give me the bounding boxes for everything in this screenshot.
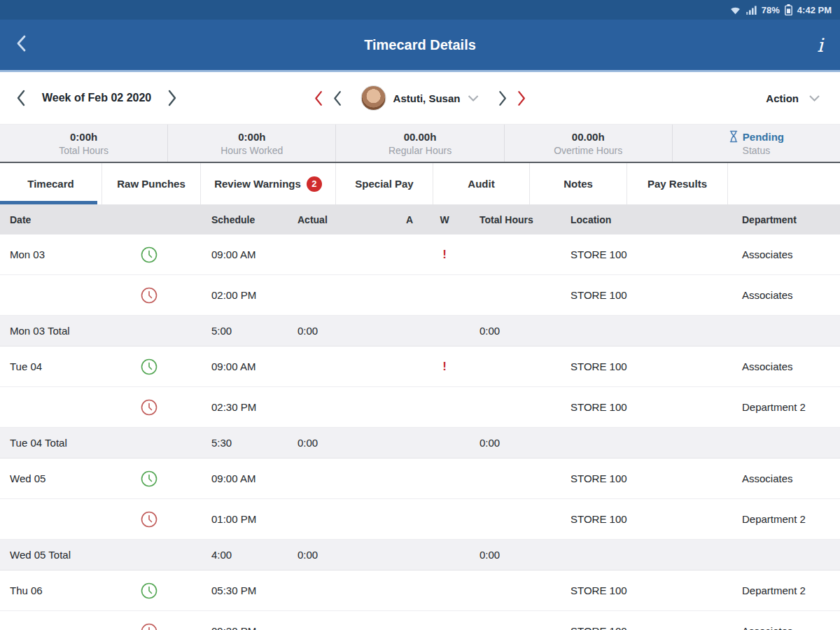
warning-exclamation-icon: ! — [427, 360, 462, 374]
table-row[interactable]: Thu 06 05:30 PM STORE 100 Department 2 — [0, 570, 840, 611]
cell-department: Department 2 — [728, 513, 840, 525]
summary-label: Overtime Hours — [554, 145, 622, 156]
app-header: Timecard Details i — [0, 20, 840, 72]
cell-location: STORE 100 — [553, 472, 728, 484]
cell-schedule: 09:00 AM — [211, 472, 298, 484]
table-row[interactable]: Tue 04 Total 5:30 0:00 0:00 — [0, 428, 840, 458]
cell-total-hours: 0:00 — [462, 437, 553, 449]
summary-label: Regular Hours — [388, 145, 451, 156]
cell-department: Associates — [728, 625, 840, 630]
cell-department: Associates — [728, 289, 840, 301]
cell-actual: 0:00 — [298, 437, 392, 449]
table-row[interactable]: 02:30 PM STORE 100 Department 2 — [0, 387, 840, 428]
tab-label: Timecard — [27, 178, 74, 190]
punch-in-clock-icon[interactable] — [137, 470, 211, 488]
page-title: Timecard Details — [0, 37, 840, 53]
week-prev-icon[interactable] — [15, 89, 27, 107]
battery-icon — [785, 4, 792, 15]
cell-total-hours: 0:00 — [462, 549, 553, 561]
summary-bar: 0:00h Total Hours 0:00h Hours Worked 00.… — [0, 125, 840, 163]
tab-label: Special Pay — [355, 178, 413, 190]
punch-out-clock-icon[interactable] — [137, 286, 211, 304]
table-row[interactable]: Wed 05 09:00 AM STORE 100 Associates — [0, 458, 840, 499]
cell-date: Mon 03 — [0, 248, 137, 260]
week-label[interactable]: Week of Feb 02 2020 — [42, 92, 151, 104]
cell-schedule: 5:00 — [211, 325, 298, 337]
tab-review-warnings[interactable]: Review Warnings 2 — [201, 163, 336, 204]
avatar — [361, 85, 386, 111]
cell-location: STORE 100 — [553, 584, 728, 596]
table-row[interactable]: 01:00 PM STORE 100 Department 2 — [0, 499, 840, 540]
tab-pay-results[interactable]: Pay Results — [627, 163, 728, 204]
summary-label: Hours Worked — [220, 145, 283, 156]
tab-bar-filler — [728, 163, 840, 204]
cell-schedule: 02:30 PM — [211, 401, 298, 413]
cell-schedule: 05:30 PM — [211, 584, 298, 596]
cell-date: Thu 06 — [0, 584, 137, 596]
back-icon[interactable] — [15, 34, 27, 56]
cell-actual: 0:00 — [298, 325, 392, 337]
week-next-icon[interactable] — [167, 89, 178, 107]
cell-department: Department 2 — [728, 401, 840, 413]
punch-in-clock-icon[interactable] — [137, 582, 211, 600]
cell-total-hours: 0:00 — [462, 325, 553, 337]
info-icon[interactable]: i — [817, 34, 823, 56]
col-header-approve: A — [392, 214, 427, 225]
col-header-date: Date — [0, 214, 211, 225]
employee-selector[interactable]: Astuti, Susan — [361, 85, 479, 111]
table-row[interactable]: 02:00 PM STORE 100 Associates — [0, 275, 840, 316]
timecard-table-body: Mon 03 09:00 AM ! STORE 100 Associates 0… — [0, 234, 840, 630]
table-row[interactable]: Tue 04 09:00 AM ! STORE 100 Associates — [0, 346, 840, 387]
tab-label: Notes — [564, 178, 593, 190]
cell-date: Wed 05 — [0, 472, 137, 484]
action-menu[interactable]: Action — [766, 92, 820, 104]
tab-timecard[interactable]: Timecard — [0, 163, 102, 204]
cell-department: Associates — [728, 360, 840, 372]
table-row[interactable]: Mon 03 Total 5:00 0:00 0:00 — [0, 316, 840, 346]
tab-notes[interactable]: Notes — [530, 163, 627, 204]
punch-in-clock-icon[interactable] — [137, 358, 211, 376]
cell-schedule: 4:00 — [211, 549, 298, 561]
col-header-total-hours: Total Hours — [462, 214, 553, 225]
punch-out-clock-icon[interactable] — [137, 510, 211, 528]
table-row[interactable]: Mon 03 09:00 AM ! STORE 100 Associates — [0, 234, 840, 275]
cell-date: Mon 03 Total — [0, 325, 137, 337]
cell-location: STORE 100 — [553, 625, 728, 630]
summary-label: Status — [743, 145, 771, 156]
cell-schedule: 09:00 AM — [211, 360, 298, 372]
cell-schedule: 5:30 — [211, 437, 298, 449]
punch-out-clock-icon[interactable] — [137, 398, 211, 416]
tab-bar: Timecard Raw Punches Review Warnings 2 S… — [0, 163, 840, 205]
tab-label: Pay Results — [648, 178, 707, 190]
employee-dropdown-icon[interactable] — [467, 94, 479, 102]
tab-label: Raw Punches — [117, 178, 186, 190]
employee-next-icon[interactable] — [497, 90, 507, 107]
tab-raw-punches[interactable]: Raw Punches — [102, 163, 201, 204]
tab-special-pay[interactable]: Special Pay — [336, 163, 433, 204]
summary-label: Total Hours — [59, 145, 108, 156]
status-bar: 78% 4:42 PM — [0, 0, 840, 20]
punch-in-clock-icon[interactable] — [137, 246, 211, 264]
cell-department: Associates — [728, 248, 840, 260]
cell-schedule: 09:00 AM — [211, 248, 298, 260]
cell-location: STORE 100 — [553, 289, 728, 301]
tab-label: Review Warnings — [214, 178, 301, 190]
punch-out-clock-icon[interactable] — [137, 622, 211, 630]
cell-location: STORE 100 — [553, 248, 728, 260]
employee-last-icon[interactable] — [516, 90, 526, 107]
action-dropdown-icon — [808, 94, 820, 102]
cell-schedule: 01:00 PM — [211, 513, 298, 525]
summary-total-hours: 0:00h Total Hours — [0, 125, 168, 162]
summary-value: 00.00h — [572, 131, 605, 143]
cell-date: Tue 04 Total — [0, 437, 137, 449]
table-row[interactable]: Wed 05 Total 4:00 0:00 0:00 — [0, 540, 840, 570]
table-row[interactable]: 09:30 PM STORE 100 Associates — [0, 611, 840, 630]
employee-first-icon[interactable] — [314, 90, 324, 107]
clock-time: 4:42 PM — [797, 5, 832, 15]
tab-audit[interactable]: Audit — [433, 163, 530, 204]
employee-prev-icon[interactable] — [332, 90, 343, 107]
cell-location: STORE 100 — [553, 513, 728, 525]
summary-value: 00.00h — [404, 131, 437, 143]
wifi-icon — [729, 6, 741, 15]
table-header: Date Schedule Actual A W Total Hours Loc… — [0, 205, 840, 234]
